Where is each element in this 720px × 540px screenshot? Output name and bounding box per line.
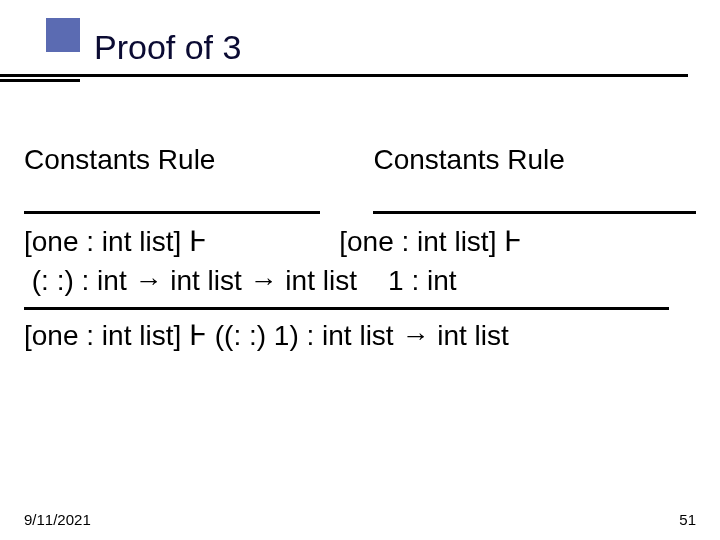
- rule-labels: Constants Rule Constants Rule: [24, 140, 696, 179]
- rule-label-left: Constants Rule: [24, 140, 373, 179]
- title-underline-long-icon: [0, 74, 688, 77]
- premise-left-line2: (: :) : int → int list → int list: [24, 265, 357, 296]
- slide-footer: 9/11/2021 51: [24, 511, 696, 528]
- premise-bar-left-icon: [24, 211, 320, 214]
- premise-row-2: (: :) : int → int list → int list 1 : in…: [24, 261, 696, 300]
- conclusion-bar-icon: [24, 307, 669, 310]
- title-underline-short-icon: [0, 79, 80, 82]
- page-title: Proof of 3: [94, 30, 241, 64]
- premise-right-line1: [one : int list] Ⱶ: [339, 226, 522, 257]
- rule-label-right: Constants Rule: [373, 140, 696, 179]
- premise-row-1: [one : int list] Ⱶ [one : int list] Ⱶ: [24, 222, 696, 261]
- footer-date: 9/11/2021: [24, 511, 91, 528]
- title-accent-icon: [46, 18, 80, 52]
- premise-left-line1: [one : int list] Ⱶ: [24, 226, 207, 257]
- premise-bar-right-icon: [373, 211, 696, 214]
- footer-page-number: 51: [679, 511, 696, 528]
- premise-right-line2-tail: 1 : int: [388, 265, 456, 296]
- conclusion-text: [one : int list] Ⱶ ((: :) 1) : int list …: [24, 316, 696, 355]
- proof-body: Constants Rule Constants Rule [one : int…: [24, 140, 696, 355]
- premise-separators: [24, 211, 696, 214]
- slide-header: Proof of 3: [0, 18, 720, 88]
